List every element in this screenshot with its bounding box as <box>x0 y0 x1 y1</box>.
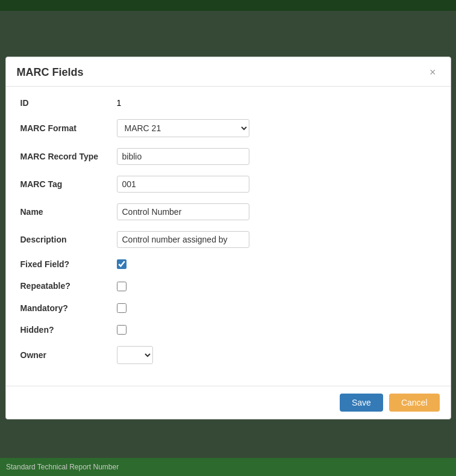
marc-fields-modal: MARC Fields × ID 1 MARC Format MARC 21 U… <box>5 57 451 419</box>
marc-record-type-row: MARC Record Type <box>20 148 436 165</box>
bottom-bar: Standard Technical Report Number <box>0 458 456 476</box>
name-row: Name <box>20 203 436 220</box>
marc-tag-label: MARC Tag <box>20 179 117 190</box>
id-row: ID 1 <box>20 97 436 108</box>
save-button[interactable]: Save <box>340 394 383 412</box>
owner-select[interactable] <box>117 346 153 364</box>
close-button[interactable]: × <box>426 66 440 79</box>
hidden-row: Hidden? <box>20 324 436 335</box>
modal-body: ID 1 MARC Format MARC 21 UNIMARC MARC Re… <box>6 87 451 386</box>
owner-row: Owner <box>20 346 436 364</box>
marc-format-select[interactable]: MARC 21 UNIMARC <box>117 119 249 137</box>
mandatory-row: Mandatory? <box>20 303 436 314</box>
modal-header: MARC Fields × <box>6 57 451 87</box>
fixed-field-row: Fixed Field? <box>20 259 436 270</box>
id-label: ID <box>20 97 117 108</box>
owner-label: Owner <box>20 350 117 360</box>
marc-format-row: MARC Format MARC 21 UNIMARC <box>20 119 436 137</box>
description-row: Description <box>20 231 436 248</box>
cancel-button[interactable]: Cancel <box>389 394 440 412</box>
hidden-label: Hidden? <box>20 324 117 335</box>
repeatable-label: Repeatable? <box>20 280 117 291</box>
marc-format-label: MARC Format <box>20 123 117 134</box>
mandatory-label: Mandatory? <box>20 303 117 314</box>
id-value: 1 <box>117 98 122 108</box>
bottom-bar-text: Standard Technical Report Number <box>6 463 119 471</box>
fixed-field-label: Fixed Field? <box>20 259 117 270</box>
hidden-checkbox[interactable] <box>117 325 126 335</box>
fixed-field-checkbox[interactable] <box>117 259 126 269</box>
description-input[interactable] <box>117 231 249 248</box>
repeatable-checkbox[interactable] <box>117 282 126 291</box>
marc-record-type-input[interactable] <box>117 148 249 165</box>
description-label: Description <box>20 234 117 245</box>
marc-tag-input[interactable] <box>117 176 249 193</box>
repeatable-row: Repeatable? <box>20 280 436 291</box>
mandatory-checkbox[interactable] <box>117 303 126 313</box>
marc-record-type-label: MARC Record Type <box>20 151 117 162</box>
marc-tag-row: MARC Tag <box>20 176 436 193</box>
name-input[interactable] <box>117 203 249 220</box>
name-label: Name <box>20 206 117 217</box>
modal-title: MARC Fields <box>17 66 84 79</box>
modal-footer: Save Cancel <box>6 386 451 419</box>
